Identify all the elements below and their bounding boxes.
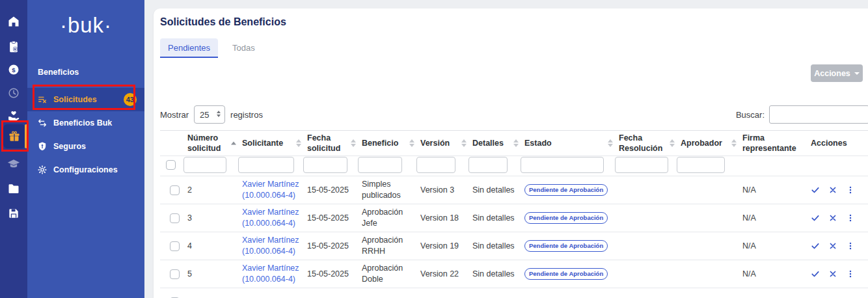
cell-fecha-solicitud: 15-05-2025	[303, 232, 358, 260]
reject-x-icon[interactable]	[828, 269, 837, 278]
cell-aprobador	[677, 260, 739, 288]
col-header-fecha_resolucion[interactable]: Fecha Resolución	[615, 131, 677, 156]
gift-icon[interactable]	[3, 124, 25, 148]
sort-icon	[296, 139, 301, 147]
cell-numero: 3	[183, 204, 238, 232]
more-options-kebab-icon[interactable]	[846, 213, 855, 223]
row-actions	[811, 185, 864, 195]
row-checkbox[interactable]	[170, 241, 180, 251]
cell-beneficio: Simples publicados	[358, 176, 416, 204]
cell-version: Version 18	[416, 204, 468, 232]
filter-input-fecha_solicitud[interactable]	[303, 157, 347, 173]
clipboard-clock-icon[interactable]	[7, 40, 20, 53]
tab-bar: Pendientes Todas	[160, 38, 263, 58]
filter-input-solicitante[interactable]	[238, 157, 294, 173]
approve-check-icon[interactable]	[811, 269, 820, 278]
reject-x-icon[interactable]	[828, 241, 837, 251]
reject-x-icon[interactable]	[828, 185, 837, 195]
cell-detalles: Sin detalles	[468, 204, 521, 232]
sidebar-item-solicitudes[interactable]: Solicitudes43	[27, 88, 144, 111]
count-badge: 43	[124, 93, 137, 106]
col-header-detalles[interactable]: Detalles	[468, 131, 521, 156]
records-label: registros	[230, 110, 263, 120]
hand-heart-icon[interactable]	[7, 109, 20, 122]
col-header-aprobador[interactable]: Aprobador	[677, 131, 739, 156]
filter-input-beneficio[interactable]	[358, 157, 402, 173]
sidebar-item-configuraciones[interactable]: Configuraciones	[27, 158, 144, 182]
filter-input-aprobador[interactable]	[677, 157, 725, 173]
filter-input-version[interactable]	[416, 157, 455, 173]
cell-firma: N/A	[739, 232, 807, 260]
cell-firma: N/A	[739, 204, 807, 232]
cell-fecha-resolucion	[615, 176, 677, 204]
more-options-kebab-icon[interactable]	[846, 269, 855, 278]
tab-pendientes[interactable]: Pendientes	[160, 38, 218, 58]
floppy-disk-icon[interactable]	[7, 207, 20, 220]
cell-fecha-resolucion	[615, 260, 677, 288]
more-options-kebab-icon[interactable]	[846, 241, 855, 251]
cell-aprobador	[677, 176, 739, 204]
approve-check-icon[interactable]	[811, 241, 820, 251]
sidebar-menu: Solicitudes43Beneficios BukSegurosConfig…	[27, 88, 144, 182]
col-header-estado[interactable]: Estado	[521, 131, 615, 156]
solicitante-link[interactable]: Xavier Martínez (10.000.064-4)	[242, 236, 299, 256]
clock-icon[interactable]	[7, 87, 20, 100]
search-input[interactable]	[769, 105, 868, 124]
cell-firma: N/A	[739, 260, 807, 288]
select-all-checkbox[interactable]	[166, 160, 176, 170]
row-checkbox[interactable]	[170, 213, 180, 223]
filter-input-numero[interactable]	[183, 157, 226, 173]
cell-aprobador	[677, 232, 739, 260]
search-label: Buscar:	[736, 110, 765, 120]
page-size-select[interactable]: 25	[194, 105, 225, 124]
approve-check-icon[interactable]	[811, 213, 820, 223]
cell-beneficio: Aprobación RRHH	[358, 232, 416, 260]
solicitante-link[interactable]: Xavier Martínez (10.000.064-4)	[242, 264, 299, 284]
col-header-solicitante[interactable]: Solicitante	[238, 131, 303, 156]
approve-check-icon[interactable]	[811, 185, 820, 195]
cell-version: Version 3	[416, 176, 468, 204]
filter-input-detalles[interactable]	[468, 157, 508, 173]
solicitante-link[interactable]: Xavier Martínez (10.000.064-4)	[242, 180, 299, 200]
main-content: Solicitudes de Beneficios Pendientes Tod…	[144, 0, 868, 298]
page-size-control: Mostrar 25 registros	[160, 105, 263, 124]
filter-input-fecha_resolucion[interactable]	[615, 157, 668, 173]
col-header-beneficio[interactable]: Beneficio	[358, 131, 416, 156]
reject-x-icon[interactable]	[828, 213, 837, 223]
home-icon[interactable]	[7, 15, 20, 28]
cell-beneficio: Aprobación Doble	[358, 260, 416, 288]
show-label: Mostrar	[160, 110, 189, 120]
search-control: Buscar:	[736, 105, 868, 124]
cell-fecha-solicitud: 15-05-2025	[303, 204, 358, 232]
sidebar-item-seguros[interactable]: Seguros	[27, 135, 144, 158]
tab-todas[interactable]: Todas	[224, 38, 263, 58]
cell-aprobador	[677, 204, 739, 232]
graduation-cap-icon[interactable]	[7, 157, 20, 170]
sort-icon	[670, 139, 675, 147]
cell-numero: 2	[183, 176, 238, 204]
sort-icon	[513, 139, 519, 147]
row-checkbox[interactable]	[170, 269, 180, 279]
row-actions	[811, 241, 864, 251]
sort-icon	[409, 139, 414, 147]
folder-icon[interactable]	[7, 182, 20, 195]
dollar-coin-icon[interactable]: $	[7, 63, 20, 76]
sidebar-item-beneficios-buk[interactable]: Beneficios Buk	[27, 111, 144, 135]
page-size-value: 25	[200, 110, 209, 120]
more-options-kebab-icon[interactable]	[846, 185, 855, 195]
row-checkbox[interactable]	[170, 185, 180, 195]
col-header-version[interactable]: Versión	[416, 131, 468, 156]
estado-badge: Pendiente de Aprobación	[524, 212, 608, 224]
svg-text:$: $	[12, 66, 16, 74]
sort-icon	[351, 139, 356, 147]
buk-logo: ·buk·	[27, 13, 144, 38]
chevron-down-icon	[854, 72, 860, 75]
filter-input-estado[interactable]	[521, 157, 604, 173]
col-header-fecha_solicitud[interactable]: Fecha solicitud	[303, 131, 358, 156]
col-header-numero[interactable]: Número solicitud	[183, 131, 238, 156]
acciones-button[interactable]: Acciones	[811, 64, 863, 82]
solicitante-link[interactable]: Xavier Martínez (10.000.064-4)	[242, 208, 299, 228]
table-wrap: Número solicitudSolicitanteFecha solicit…	[160, 130, 868, 298]
cell-firma: N/A	[739, 176, 807, 204]
table-row: 3Xavier Martínez (10.000.064-4)15-05-202…	[160, 204, 868, 232]
